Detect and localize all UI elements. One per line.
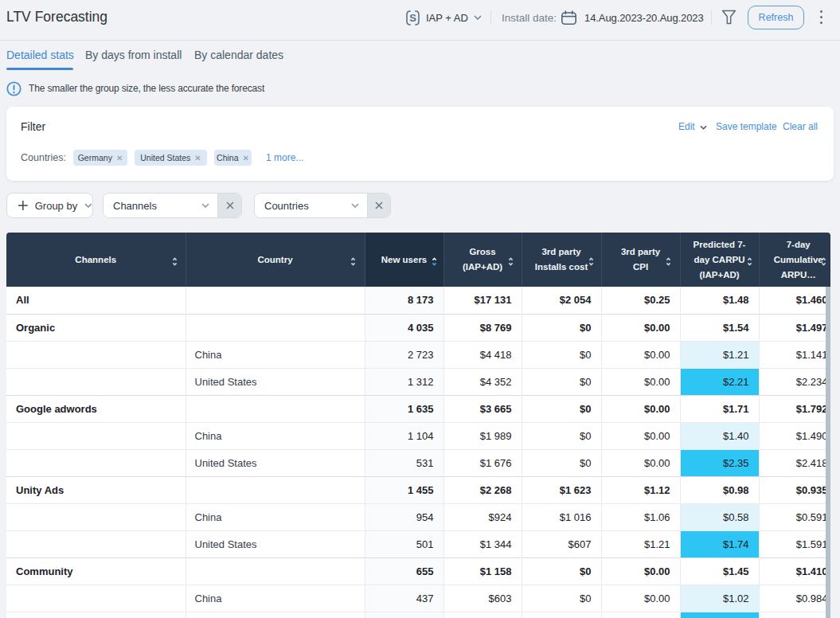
svg-text:S: S — [409, 12, 416, 24]
